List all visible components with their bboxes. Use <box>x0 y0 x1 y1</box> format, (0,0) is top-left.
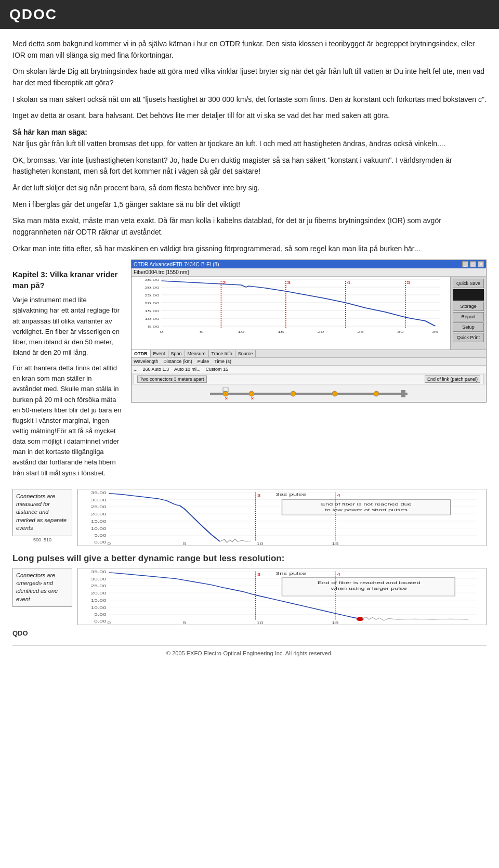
svg-text:✕: ✕ <box>225 396 228 400</box>
tab-trace-info[interactable]: Trace Info <box>209 350 235 357</box>
svg-text:20.00: 20.00 <box>91 512 107 516</box>
svg-text:30.00: 30.00 <box>91 577 107 581</box>
svg-text:35.00: 35.00 <box>145 278 160 282</box>
short-pulse-left-text: Connectors are measured for distance and… <box>16 493 67 532</box>
otdr-tab-bar: OTDR Event Span Measure Trace Info Sourc… <box>132 349 486 357</box>
svg-text:5: 5 <box>182 620 186 625</box>
tab-span[interactable]: Span <box>168 350 185 357</box>
paragraph-1: Med detta som bakgrund kommer vi in på s… <box>12 38 487 61</box>
svg-text:20: 20 <box>318 330 324 334</box>
otdr-sidebar: Quick Save Storage Report Setup Quick Pr… <box>451 277 486 349</box>
svg-rect-61 <box>282 499 451 514</box>
svg-text:15: 15 <box>278 330 284 334</box>
svg-text:15: 15 <box>332 620 338 625</box>
maximize-button[interactable]: □ <box>470 261 476 267</box>
paragraph-4: Inget av detta är osant, bara halvsant. … <box>12 110 487 122</box>
header: QDOC <box>0 0 499 29</box>
otdr-titlebar: OTDR AdvancedFTB-7434C-B-EI (8) _ □ ✕ <box>132 260 486 268</box>
svg-text:20.00: 20.00 <box>145 302 160 305</box>
long-pulse-left: Connectors are «merged» and identified a… <box>12 568 72 607</box>
svg-text:End of fiber is reached and lo: End of fiber is reached and located <box>318 581 421 585</box>
report-button[interactable]: Report <box>453 312 484 321</box>
svg-text:10.00: 10.00 <box>145 317 160 321</box>
tab-source[interactable]: Source <box>235 350 256 357</box>
time-val: Custom 15 <box>206 367 229 372</box>
svg-text:15: 15 <box>332 541 338 546</box>
otdr-filename: Fiber0004.trc [1550 nm] <box>132 268 486 277</box>
svg-text:4: 4 <box>337 493 340 497</box>
svg-text:5.00: 5.00 <box>94 613 107 617</box>
quick-save-button[interactable]: Quick Save <box>453 279 484 288</box>
svg-text:3ns pulse: 3ns pulse <box>275 571 306 575</box>
svg-text:10.00: 10.00 <box>91 526 107 530</box>
svg-point-36 <box>332 391 337 396</box>
close-button[interactable]: ✕ <box>478 261 484 267</box>
svg-rect-38 <box>401 390 405 397</box>
svg-rect-0 <box>132 277 450 334</box>
svg-text:10: 10 <box>256 620 264 625</box>
wavelength-label: Wavelength <box>134 359 158 364</box>
p5-body: När ljus går från luft till vatten broms… <box>12 139 445 148</box>
chapter-3-p1: Varje instrument med lite självaktning h… <box>12 295 122 358</box>
svg-text:20.00: 20.00 <box>91 591 107 595</box>
setup-button[interactable]: Setup <box>453 322 484 332</box>
connector-diagram: ✕ ✕ <box>132 385 486 402</box>
svg-text:3: 3 <box>287 281 291 285</box>
svg-text:35.00: 35.00 <box>91 490 107 495</box>
chapter-3-right: OTDR AdvancedFTB-7434C-B-EI (8) _ □ ✕ Fi… <box>131 260 487 483</box>
svg-text:10: 10 <box>256 541 264 546</box>
svg-text:5: 5 <box>200 330 203 334</box>
svg-text:25.00: 25.00 <box>145 294 160 297</box>
tab-event[interactable]: Event <box>151 350 168 357</box>
chapter-3-section: Kapitel 3: Vilka kranar vrider man på? V… <box>12 260 487 483</box>
paragraph-7: Är det luft skiljer det sig nån procent … <box>12 183 487 194</box>
main-content: Med detta som bakgrund kommer vi in på s… <box>0 38 499 669</box>
svg-text:0: 0 <box>107 620 111 625</box>
long-pulse-row: Connectors are «merged» and identified a… <box>12 568 487 625</box>
time-label: Time (s) <box>214 359 231 364</box>
paragraph-2: Om skolan lärde Dig att brytningsindex h… <box>12 66 487 88</box>
annotation-left: Two connectors 3 meters apart <box>137 375 207 383</box>
p5-label: Så här kan man säga: <box>12 127 487 138</box>
otdr-controls[interactable]: _ □ ✕ <box>462 261 484 267</box>
tab-measure[interactable]: Measure <box>185 350 209 357</box>
wavelength-val: ... <box>134 367 138 372</box>
short-pulse-row: Connectors are measured for distance and… <box>12 489 487 546</box>
long-pulse-title: Long pulses will give a better dynamic r… <box>12 553 487 564</box>
svg-text:5.00: 5.00 <box>148 325 159 329</box>
distance-label: Distance (km) <box>163 359 192 364</box>
pulse-label: Pulse <box>198 359 209 364</box>
pulse-val: Auto 10 mi... <box>174 367 201 372</box>
svg-text:35: 35 <box>432 330 439 334</box>
quick-print-button[interactable]: Quick Print <box>453 333 484 342</box>
otdr-main: 35.00 30.00 25.00 20.00 15.00 10.00 5.00… <box>132 277 486 349</box>
svg-text:0: 0 <box>160 330 163 334</box>
short-pulse-left: Connectors are measured for distance and… <box>12 489 72 542</box>
minimize-button[interactable]: _ <box>462 261 468 267</box>
otdr-info-values: ... 260 Auto 1.3 Auto 10 mi... Custom 15 <box>132 365 486 373</box>
svg-text:4: 4 <box>337 572 340 576</box>
svg-text:25: 25 <box>357 330 364 334</box>
svg-text:30: 30 <box>397 330 404 334</box>
svg-text:when using a larger pulse: when using a larger pulse <box>331 587 407 591</box>
svg-text:15.00: 15.00 <box>91 519 107 523</box>
svg-text:✕: ✕ <box>251 396 254 400</box>
svg-point-34 <box>249 391 254 396</box>
otdr-info-bar: Wavelength Distance (km) Pulse Time (s) <box>132 357 486 365</box>
chapter-3-left: Kapitel 3: Vilka kranar vrider man på? V… <box>12 260 122 483</box>
svg-text:25.00: 25.00 <box>91 584 107 588</box>
svg-text:End of fiber is not reached du: End of fiber is not reached due <box>321 502 412 507</box>
svg-point-35 <box>291 391 296 396</box>
paragraph-6: OK, bromsas. Var inte ljushastigheten ko… <box>12 155 487 177</box>
svg-text:3: 3 <box>257 572 261 576</box>
otdr-screenshot: OTDR AdvancedFTB-7434C-B-EI (8) _ □ ✕ Fi… <box>131 260 487 403</box>
svg-text:to low power of short pulses: to low power of short pulses <box>325 508 408 512</box>
qdo-label: QDO <box>12 629 487 637</box>
svg-text:10.00: 10.00 <box>91 605 107 610</box>
tab-otdr[interactable]: OTDR <box>132 350 151 357</box>
storage-button[interactable]: Storage <box>453 302 484 311</box>
svg-text:30.00: 30.00 <box>91 498 107 502</box>
svg-text:30.00: 30.00 <box>145 286 160 290</box>
svg-text:5: 5 <box>406 281 411 285</box>
chapter-3-title: Kapitel 3: Vilka kranar vrider man på? <box>12 269 122 291</box>
